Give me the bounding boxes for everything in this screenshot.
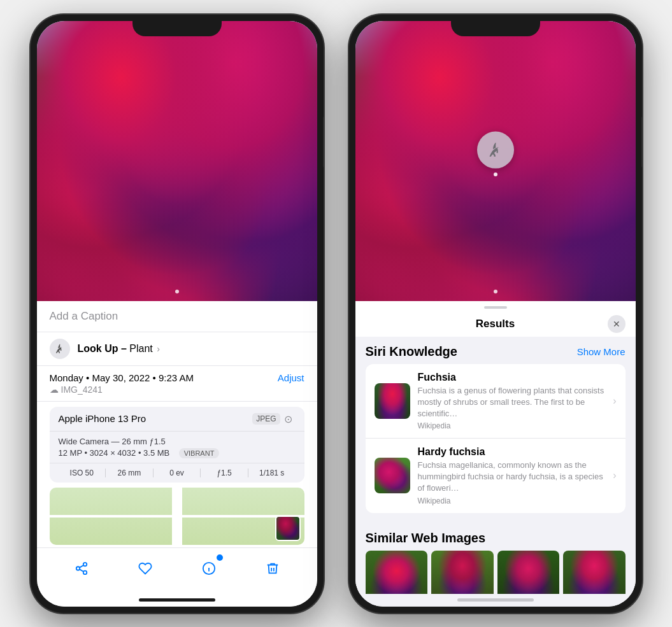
camera-specs: Wide Camera — 26 mm ƒ1.5 bbox=[59, 437, 166, 446]
fuchsia-name: Fuchsia bbox=[418, 372, 606, 383]
favorite-button[interactable] bbox=[132, 556, 158, 581]
chevron-right-icon: › bbox=[613, 395, 616, 407]
caption-area[interactable]: Add a Caption bbox=[37, 301, 317, 332]
exif-shutter: 1/181 s bbox=[248, 468, 296, 477]
sparkle-icon bbox=[202, 561, 216, 575]
heart-icon bbox=[138, 561, 152, 575]
knowledge-item-fuchsia[interactable]: Fuchsia Fuchsia is a genus of flowering … bbox=[366, 364, 626, 439]
device-row: Apple iPhone 13 Pro JPEG ⊙ bbox=[50, 407, 304, 432]
adjust-button[interactable]: Adjust bbox=[278, 372, 304, 383]
share-button[interactable] bbox=[69, 556, 94, 581]
siri-knowledge-title: Siri Knowledge bbox=[366, 344, 457, 359]
hardy-fuchsia-info: Hardy fuchsia Fuchsia magellanica, commo… bbox=[418, 446, 606, 505]
web-image-1[interactable] bbox=[366, 551, 428, 594]
lookup-row[interactable]: Look Up – Plant › bbox=[37, 332, 317, 366]
info-button[interactable] bbox=[196, 556, 222, 581]
knowledge-card: Fuchsia Fuchsia is a genus of flowering … bbox=[366, 364, 626, 513]
page-indicator-dot bbox=[175, 290, 179, 293]
fuchsia-desc: Fuchsia is a genus of flowering plants t… bbox=[418, 385, 606, 420]
siri-dot bbox=[494, 173, 497, 176]
leaf-icon bbox=[54, 343, 66, 355]
delete-button[interactable] bbox=[260, 556, 285, 581]
photo-area-left[interactable] bbox=[37, 21, 317, 301]
photo-area-right[interactable] bbox=[355, 21, 636, 301]
resolution: 12 MP • 3024 × 4032 • 3.5 MB bbox=[59, 448, 170, 458]
show-more-button[interactable]: Show More bbox=[577, 346, 626, 357]
exif-ev: 0 ev bbox=[154, 468, 201, 477]
info-area: Add a Caption Look Up – Plant › Mond bbox=[37, 301, 317, 547]
home-bar-right bbox=[457, 598, 534, 602]
lookup-icon bbox=[50, 339, 70, 359]
left-phone: Add a Caption Look Up – Plant › Mond bbox=[31, 15, 324, 613]
right-phone: Results ✕ Siri Knowledge Show More bbox=[349, 15, 642, 613]
page-indicator-dot-right bbox=[494, 290, 497, 293]
knowledge-item-hardy-fuchsia[interactable]: Hardy fuchsia Fuchsia magellanica, commo… bbox=[366, 439, 626, 513]
exif-focal: 26 mm bbox=[106, 468, 154, 477]
meta-filename: ☁ IMG_4241 bbox=[50, 384, 304, 395]
caption-input[interactable]: Add a Caption bbox=[50, 310, 118, 322]
chevron-icon: › bbox=[157, 344, 160, 354]
exif-row: ISO 50 26 mm 0 ev ƒ1.5 1/181 s bbox=[50, 463, 304, 483]
hardy-fuchsia-source: Wikipedia bbox=[418, 497, 606, 505]
home-bar bbox=[139, 598, 215, 602]
photo-style-badge: VIBRANT bbox=[179, 448, 220, 458]
camera-row: Wide Camera — 26 mm ƒ1.5 12 MP • 3024 × … bbox=[50, 432, 304, 463]
results-content: Siri Knowledge Show More Fuchsia Fuchsia… bbox=[355, 337, 636, 594]
web-images-header: Similar Web Images bbox=[366, 523, 626, 551]
trash-icon bbox=[266, 561, 280, 575]
map-area[interactable] bbox=[50, 488, 304, 545]
web-images-title: Similar Web Images bbox=[366, 531, 486, 546]
fuchsia-info: Fuchsia Fuchsia is a genus of flowering … bbox=[418, 372, 606, 431]
exif-iso: ISO 50 bbox=[59, 468, 106, 477]
format-badge: JPEG bbox=[252, 413, 280, 425]
home-indicator bbox=[37, 594, 317, 607]
siri-leaf-icon bbox=[487, 141, 504, 159]
info-badge bbox=[215, 553, 224, 562]
siri-knowledge-header: Siri Knowledge Show More bbox=[366, 337, 626, 364]
lookup-text: Look Up – Plant › bbox=[78, 343, 160, 355]
map-thumbnail bbox=[275, 516, 301, 541]
location-icon: ⊙ bbox=[284, 413, 296, 425]
device-section: Apple iPhone 13 Pro JPEG ⊙ Wide Camera —… bbox=[50, 407, 304, 483]
toolbar bbox=[37, 547, 317, 594]
share-icon bbox=[75, 561, 89, 575]
exif-aperture: ƒ1.5 bbox=[201, 468, 248, 477]
chevron-right-icon-2: › bbox=[613, 470, 616, 481]
close-button[interactable]: ✕ bbox=[608, 315, 626, 333]
meta-date: Monday • May 30, 2022 • 9:23 AM bbox=[50, 372, 194, 383]
hardy-fuchsia-name: Hardy fuchsia bbox=[418, 446, 606, 458]
web-image-3[interactable] bbox=[497, 551, 560, 594]
hardy-fuchsia-thumbnail bbox=[375, 458, 410, 493]
web-images-grid bbox=[366, 551, 626, 594]
home-indicator-right bbox=[355, 594, 636, 607]
siri-icon bbox=[477, 131, 514, 168]
web-images-section: Similar Web Images bbox=[366, 523, 626, 594]
web-image-4[interactable] bbox=[563, 551, 626, 594]
fuchsia-source: Wikipedia bbox=[418, 421, 606, 430]
cloud-icon: ☁ bbox=[50, 384, 59, 395]
results-title: Results bbox=[476, 318, 515, 330]
hardy-fuchsia-desc: Fuchsia magellanica, commonly known as t… bbox=[418, 460, 606, 495]
meta-section: Monday • May 30, 2022 • 9:23 AM Adjust ☁… bbox=[37, 366, 317, 402]
fuchsia-thumbnail bbox=[375, 383, 410, 419]
results-header: Results ✕ bbox=[355, 309, 636, 337]
device-name: Apple iPhone 13 Pro bbox=[59, 413, 147, 424]
web-image-2[interactable] bbox=[431, 551, 494, 594]
device-badges: JPEG ⊙ bbox=[252, 413, 295, 425]
